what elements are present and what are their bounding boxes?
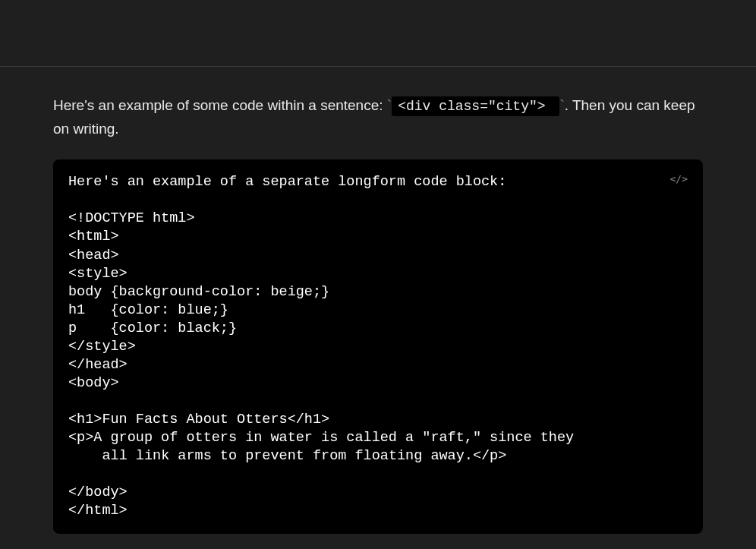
code-block: </> Here's an example of a separate long… xyxy=(53,159,703,534)
code-content: Here's an example of a separate longform… xyxy=(68,173,688,520)
intro-text-before: Here's an example of some code within a … xyxy=(53,97,387,113)
top-bar xyxy=(0,0,756,67)
intro-paragraph: Here's an example of some code within a … xyxy=(53,94,703,140)
code-icon[interactable]: </> xyxy=(670,173,688,185)
inline-code-snippet: <div class="city"> xyxy=(392,96,559,116)
content-area: Here's an example of some code within a … xyxy=(0,67,756,534)
